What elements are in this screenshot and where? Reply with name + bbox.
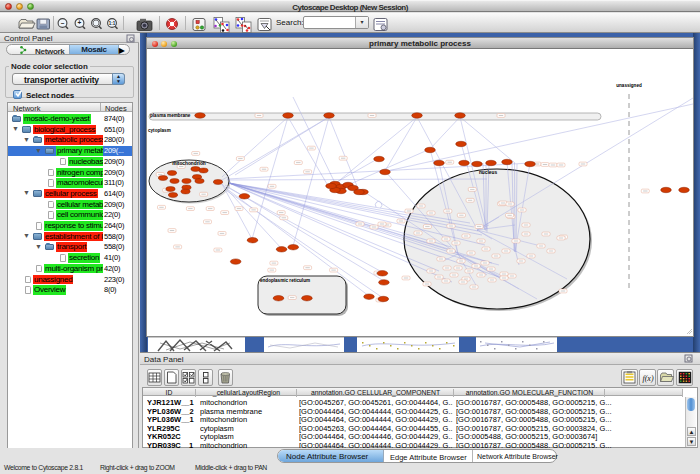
svg-text:1:1: 1:1 xyxy=(109,21,116,26)
svg-text:nucleus: nucleus xyxy=(479,170,497,175)
svg-text:–: – xyxy=(61,19,65,26)
svg-text:+: + xyxy=(78,19,82,26)
svg-text:f(x): f(x) xyxy=(642,374,653,383)
svg-text:plasma membrane: plasma membrane xyxy=(150,113,191,118)
svg-text:cytoplasm: cytoplasm xyxy=(148,128,171,133)
svg-text:unassigned: unassigned xyxy=(616,83,642,88)
svg-text:mitochondrion: mitochondrion xyxy=(172,161,206,166)
svg-text:endoplasmic reticulum: endoplasmic reticulum xyxy=(260,278,310,283)
